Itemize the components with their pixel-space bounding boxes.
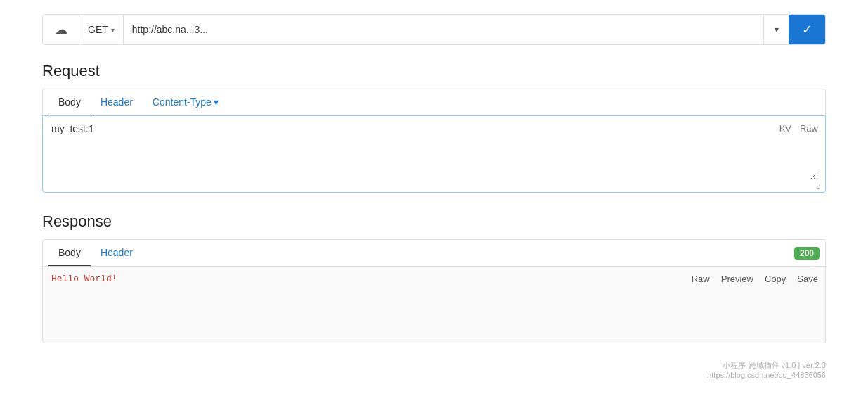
copy-action-button[interactable]: Copy <box>765 274 786 284</box>
method-chevron-icon: ▾ <box>111 26 115 34</box>
method-selector[interactable]: GET ▾ <box>79 14 124 45</box>
dropdown-arrow-icon: ▾ <box>775 25 779 34</box>
send-checkmark-icon: ✓ <box>802 22 812 37</box>
save-action-button[interactable]: Save <box>797 274 818 284</box>
method-label: GET <box>88 24 108 35</box>
tab-header-request[interactable]: Header <box>91 89 143 116</box>
content-type-chevron-icon: ▾ <box>214 96 219 108</box>
tab-header-response[interactable]: Header <box>91 240 143 267</box>
kv-button[interactable]: KV <box>779 123 791 134</box>
send-button[interactable]: ✓ <box>789 14 825 45</box>
response-actions: Raw Preview Copy Save <box>692 274 818 284</box>
kv-raw-toggle: KV Raw <box>779 123 818 134</box>
tab-body-response[interactable]: Body <box>48 240 91 267</box>
response-title: Response <box>42 212 826 231</box>
response-tabs: Body Header <box>48 240 794 267</box>
request-tabs: Body Header Content-Type ▾ <box>42 89 826 115</box>
raw-action-button[interactable]: Raw <box>692 274 710 284</box>
request-title: Request <box>42 62 826 80</box>
request-section: Request Body Header Content-Type ▾ my_te… <box>42 62 826 193</box>
url-input[interactable] <box>124 14 763 45</box>
tab-body-request[interactable]: Body <box>48 89 91 116</box>
request-body-textarea[interactable]: my_test:1 <box>51 123 817 179</box>
request-body-area: my_test:1 KV Raw ⊿ <box>42 115 826 193</box>
status-badge: 200 <box>794 247 820 260</box>
footer: 小程序 跨域插件 v1.0 | ver:2.0 https://blog.csd… <box>42 360 826 379</box>
response-body-area: Hello World! Raw Preview Copy Save <box>42 266 826 343</box>
upload-button[interactable]: ☁ <box>43 14 79 45</box>
resize-handle: ⊿ <box>815 182 822 189</box>
url-bar: ☁ GET ▾ ▾ ✓ <box>42 14 826 45</box>
tab-content-type[interactable]: Content-Type ▾ <box>143 89 228 116</box>
raw-button[interactable]: Raw <box>800 123 818 134</box>
response-tabs-row: Body Header 200 <box>42 239 826 266</box>
blog-link[interactable]: https://blog.csdn.net/qq_44836056 <box>707 371 826 379</box>
plugin-info: 小程序 跨域插件 v1.0 | ver:2.0 <box>42 360 826 371</box>
response-section: Response Body Header 200 Hello World! Ra… <box>42 212 826 343</box>
upload-icon: ☁ <box>55 22 67 37</box>
preview-action-button[interactable]: Preview <box>721 274 753 284</box>
url-dropdown-button[interactable]: ▾ <box>763 14 789 45</box>
